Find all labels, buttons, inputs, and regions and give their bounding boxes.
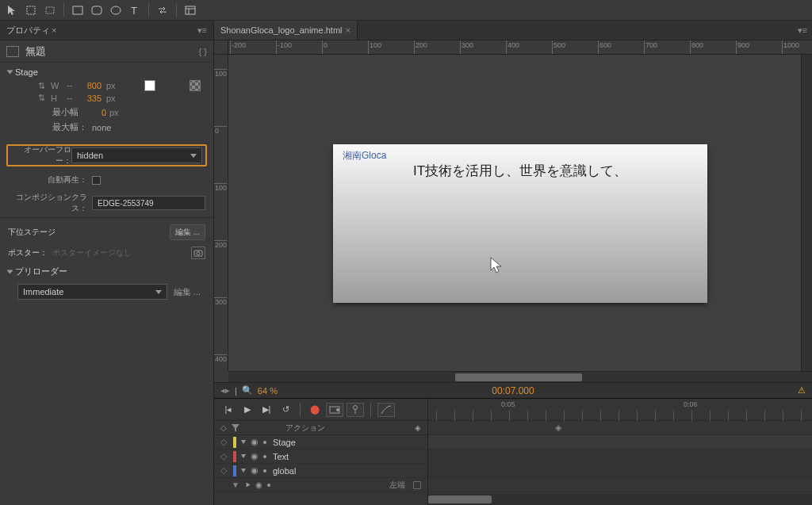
link-icon[interactable]: ⇅	[36, 81, 46, 91]
ruler-corner	[214, 40, 228, 55]
roundrect-tool[interactable]	[88, 2, 105, 18]
ruler-horizontal[interactable]: -200-10001002003004005006007008009001000	[228, 40, 812, 55]
preloader-header[interactable]: プリローダー	[0, 262, 213, 281]
stage-section-header[interactable]: Stage	[8, 67, 205, 77]
app-toolbar: T	[0, 0, 812, 21]
panel-menu-icon[interactable]: ▾≡	[197, 25, 207, 36]
minwidth-value[interactable]: 0	[87, 108, 106, 117]
doc-menu-icon[interactable]: ▾≡	[798, 25, 807, 36]
link-icon-2[interactable]: ↔	[65, 81, 75, 90]
close-icon[interactable]: ×	[346, 25, 350, 35]
stage-rect[interactable]: 湘南Gloca IT技術を活用し、世界を意識して、	[333, 144, 707, 303]
timeline-scrollbar[interactable]	[428, 494, 812, 505]
lock-dot[interactable]	[263, 469, 266, 472]
compclass-value: EDGE-2553749	[98, 199, 154, 208]
keyframe-button[interactable]	[326, 403, 343, 417]
swap-tool[interactable]	[154, 2, 171, 18]
funnel-icon[interactable]: ▼	[232, 480, 239, 489]
border-color-swatch[interactable]	[190, 80, 201, 91]
maxwidth-value[interactable]: none	[92, 123, 111, 132]
filter-icon[interactable]	[232, 424, 239, 432]
overflow-dropdown[interactable]: hidden	[71, 147, 202, 163]
pin-button[interactable]	[347, 403, 364, 417]
ease-button[interactable]	[377, 403, 395, 417]
action-diamond-icon[interactable]: ◈	[555, 423, 561, 433]
link-icon-4[interactable]: ↔	[65, 94, 75, 103]
canvas[interactable]: 湘南Gloca IT技術を活用し、世界を意識して、	[228, 55, 801, 371]
substage-edit-button[interactable]: 編集 ...	[170, 224, 205, 240]
rect-tool[interactable]	[69, 2, 86, 18]
play-button[interactable]: ▶	[239, 403, 255, 417]
autoplay-checkbox[interactable]	[92, 176, 101, 185]
timeline-panel: |◂ ▶ ▶| ↺ ⬤ ◇ アクション ◈ ◇◉Stage	[214, 398, 812, 505]
document-tab[interactable]: ShonanGloca_logo_anime.html ×	[214, 21, 358, 40]
h-value[interactable]: 335	[79, 94, 102, 103]
zoom-icon[interactable]: 🔍	[242, 385, 253, 396]
disc-icon[interactable]	[241, 440, 246, 444]
ruler-vertical[interactable]: 1000100200300400	[214, 55, 228, 371]
eye-icon[interactable]: ◉	[251, 437, 259, 447]
layer-color	[233, 451, 236, 462]
eye-icon[interactable]: ◉	[251, 465, 259, 476]
compclass-input[interactable]: EDGE-2553749	[92, 196, 205, 210]
disc-icon[interactable]	[246, 483, 250, 488]
w-value[interactable]: 800	[79, 81, 102, 90]
lock-dot[interactable]	[263, 455, 266, 458]
loop-button[interactable]: ↺	[278, 403, 293, 417]
vertical-scrollbar[interactable]	[801, 55, 812, 371]
timeline-layer-row[interactable]: ◇◉global	[214, 464, 427, 478]
poster-camera-button[interactable]	[191, 247, 205, 259]
link-icon-3[interactable]: ⇅	[36, 93, 46, 103]
panel-tab-close-icon[interactable]: ×	[52, 25, 56, 35]
preloader-dropdown[interactable]: Immediate	[17, 284, 167, 300]
keyframe-header-icon[interactable]: ◇	[220, 423, 227, 432]
bg-color-swatch[interactable]	[144, 80, 155, 91]
lock-dot[interactable]	[263, 441, 266, 444]
svg-text:T: T	[131, 6, 137, 15]
keyframe-icon[interactable]: ◇	[220, 437, 228, 447]
timeline-track[interactable]	[428, 450, 812, 464]
toolbar-sep	[63, 3, 64, 17]
goto-start-button[interactable]: |◂	[220, 403, 236, 417]
record-button[interactable]: ⬤	[307, 403, 323, 417]
timeline-ruler[interactable]: 0:050:06	[428, 399, 812, 421]
transform-tool[interactable]	[22, 2, 40, 18]
playhead-time[interactable]: 00:07.000	[492, 385, 534, 396]
keyframe-icon[interactable]: ◇	[220, 465, 228, 476]
nav-arrows[interactable]: ◂▸	[220, 385, 230, 396]
preloader-edit-button[interactable]: 編集 ...	[174, 286, 201, 298]
panel-tab-title[interactable]: プロパティ	[6, 25, 50, 36]
ellipse-tool[interactable]	[107, 2, 124, 18]
filter-sqicon[interactable]	[413, 481, 421, 489]
layout-tool[interactable]	[182, 2, 199, 18]
layer-name: global	[273, 466, 296, 476]
disc-icon[interactable]	[241, 469, 246, 472]
marquee-tool[interactable]	[41, 2, 59, 18]
scrollbar-thumb[interactable]	[455, 373, 582, 381]
text-tool[interactable]: T	[126, 2, 144, 18]
headline-text: IT技術を活用し、世界を意識して、	[333, 162, 707, 180]
timeline-track[interactable]	[428, 464, 812, 478]
compclass-row: コンポジションクラス： EDGE-2553749	[0, 189, 213, 217]
autoplay-label: 自動再生：	[8, 174, 87, 186]
timeline-scrollbar-thumb[interactable]	[428, 495, 492, 503]
select-tool[interactable]	[3, 2, 21, 18]
eye-icon-f[interactable]: ◉	[255, 480, 262, 489]
warning-icon[interactable]: ⚠	[798, 385, 806, 396]
conv-icon[interactable]: { }	[199, 47, 207, 56]
keyframe-icon[interactable]: ◇	[220, 451, 228, 461]
disc-icon[interactable]	[241, 454, 246, 458]
actions-label: アクション	[285, 423, 325, 434]
eye-icon[interactable]: ◉	[251, 451, 259, 461]
zoom-pct[interactable]: 64 %	[258, 386, 278, 396]
goto-end-button[interactable]: ▶|	[259, 403, 274, 417]
timeline-layer-row[interactable]: ◇◉Text	[214, 450, 427, 464]
doc-title-row: 無題 { }	[0, 40, 213, 63]
horizontal-scrollbar[interactable]	[228, 371, 812, 382]
timeline-track[interactable]	[428, 435, 812, 450]
lock-dot-f[interactable]	[267, 484, 270, 487]
poster-placeholder: ポスターイメージなし	[52, 247, 132, 258]
timeline-layer-row[interactable]: ◇◉Stage	[214, 435, 427, 450]
svg-point-12	[336, 408, 339, 411]
keyframe-end-icon[interactable]: ◈	[415, 423, 421, 432]
